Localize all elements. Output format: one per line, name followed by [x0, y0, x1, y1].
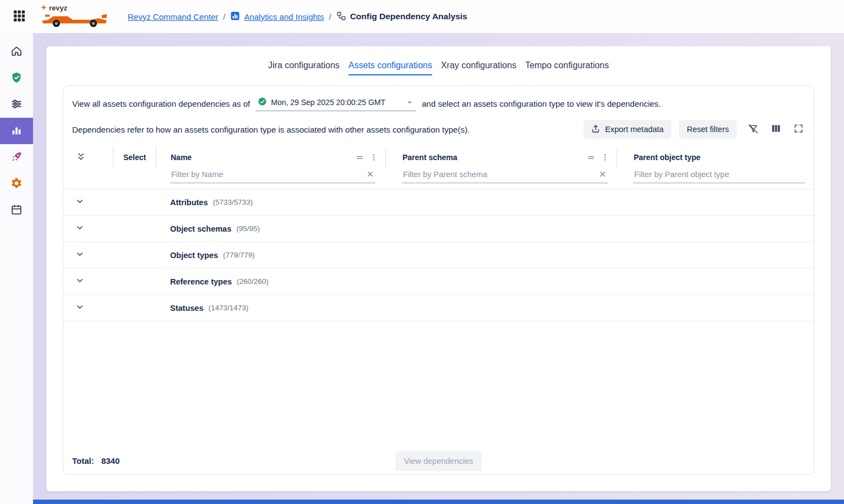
row-count: (779/779)	[223, 251, 255, 259]
expand-icon	[793, 123, 804, 135]
chevron-down-icon[interactable]	[74, 275, 85, 288]
expand-all-button[interactable]	[74, 150, 88, 165]
calendar-icon	[10, 204, 23, 217]
app-sidebar	[0, 33, 33, 504]
column-header-parent-object-type: Parent object type	[634, 153, 700, 162]
export-icon	[591, 124, 600, 135]
table-row-reference-types[interactable]: Reference types (260/260)	[63, 269, 814, 295]
intro-suffix-text: and select an assets configuration type …	[422, 99, 661, 108]
intro-prefix-text: View all assets configuration dependenci…	[72, 99, 250, 108]
main-area: Jira configurations Assets configuration…	[33, 33, 844, 504]
dependency-icon	[336, 11, 346, 23]
top-bar: revyz Revyz Command Center / Analytics a…	[0, 0, 844, 33]
row-count: (1473/1473)	[208, 304, 248, 312]
table-header: Select Name Parent sche	[63, 146, 814, 168]
filter-parent-object-type-input[interactable]	[633, 168, 805, 183]
total-label: Total:	[72, 456, 94, 465]
fullscreen-icon-button[interactable]	[792, 122, 805, 136]
chevron-down-icon[interactable]	[74, 249, 85, 262]
panel-controls: Export metadata Reset filters	[584, 120, 805, 139]
tab-jira-configurations[interactable]: Jira configurations	[268, 61, 340, 75]
tab-tempo-configurations[interactable]: Tempo configurations	[525, 61, 609, 75]
chevron-down-icon	[405, 98, 414, 107]
tab-assets-configurations[interactable]: Assets configurations	[349, 61, 432, 75]
table-footer: Total: 8340 View dependencies	[63, 447, 814, 474]
app-grid-icon	[13, 9, 26, 24]
content-card: Jira configurations Assets configuration…	[46, 46, 831, 491]
columns-icon-button[interactable]	[770, 122, 782, 136]
sidebar-item-analytics[interactable]	[0, 118, 33, 144]
breadcrumb-command-center[interactable]: Revyz Command Center	[128, 12, 218, 21]
page-title: Config Dependency Analysis	[350, 12, 467, 21]
filter-row	[63, 168, 814, 189]
export-metadata-label: Export metadata	[605, 125, 663, 134]
view-dependencies-button[interactable]: View dependencies	[395, 451, 482, 471]
column-header-parent-schema: Parent schema	[402, 153, 458, 162]
breadcrumb-separator: /	[329, 12, 331, 21]
table-row-object-schemas[interactable]: Object schemas (95/95)	[63, 216, 814, 242]
filter-name-input[interactable]	[170, 168, 375, 183]
clear-name-filter-button[interactable]	[366, 170, 374, 178]
filter-off-icon	[748, 123, 759, 136]
column-header-name: Name	[171, 153, 192, 162]
home-icon	[10, 45, 23, 59]
tab-xray-configurations[interactable]: Xray configurations	[441, 61, 516, 75]
sidebar-item-configuration[interactable]	[0, 171, 33, 197]
analytics-icon	[230, 11, 240, 23]
table-row-statuses[interactable]: Statuses (1473/1473)	[63, 295, 814, 321]
total-value: 8340	[101, 456, 119, 465]
row-count: (95/95)	[236, 224, 260, 233]
column-header-select: Select	[113, 146, 156, 168]
row-count: (260/260)	[237, 277, 269, 286]
panel-description: Dependencies refer to how an assets conf…	[72, 125, 470, 134]
sidebar-item-rocket[interactable]	[0, 144, 33, 171]
chevron-down-icon[interactable]	[74, 196, 85, 209]
app-switcher-button[interactable]	[9, 6, 30, 27]
clear-filters-icon-button[interactable]	[747, 122, 760, 137]
table-row-object-types[interactable]: Object types (779/779)	[63, 242, 814, 269]
breadcrumb-separator: /	[223, 12, 225, 21]
check-circle-icon	[258, 97, 267, 108]
row-name: Reference types	[156, 277, 232, 286]
breadcrumb: Revyz Command Center / Analytics and Ins…	[128, 11, 467, 23]
revyz-logo: revyz	[41, 4, 113, 30]
snapshot-select[interactable]: Mon, 29 Sep 2025 20:00:25 GMT	[255, 96, 416, 111]
rocket-icon	[10, 151, 23, 165]
bar-chart-icon	[10, 124, 23, 138]
resize-handle-icon[interactable]	[586, 152, 596, 163]
resize-handle-icon[interactable]	[355, 152, 365, 163]
columns-icon	[771, 123, 781, 135]
snapshot-value: Mon, 29 Sep 2025 20:00:25 GMT	[271, 98, 385, 107]
sidebar-item-security[interactable]	[0, 65, 33, 91]
chevron-down-icon[interactable]	[74, 222, 85, 235]
reset-filters-button[interactable]: Reset filters	[679, 120, 737, 139]
row-name: Object schemas	[156, 224, 231, 233]
sidebar-item-calendar[interactable]	[0, 197, 33, 223]
sidebar-item-home[interactable]	[0, 39, 33, 65]
double-chevron-down-icon	[75, 151, 86, 164]
chevron-down-icon[interactable]	[74, 302, 85, 315]
bottom-accent-bar	[33, 500, 844, 504]
gear-icon	[10, 177, 23, 191]
sidebar-item-settings-sliders[interactable]	[0, 91, 33, 118]
row-name: Statuses	[156, 304, 203, 313]
column-menu-icon[interactable]	[369, 152, 379, 162]
dependencies-panel: View all assets configuration dependenci…	[63, 85, 814, 475]
logo-text: revyz	[49, 4, 67, 12]
clear-parent-schema-filter-button[interactable]	[598, 170, 607, 178]
row-count: (5733/5733)	[213, 198, 253, 206]
reset-filters-label: Reset filters	[687, 125, 729, 134]
shield-check-icon	[10, 72, 23, 85]
column-menu-icon[interactable]	[600, 152, 610, 162]
filter-parent-schema-input[interactable]	[402, 168, 608, 183]
breadcrumb-analytics-insights[interactable]: Analytics and Insights	[244, 12, 324, 21]
configuration-tabs: Jira configurations Assets configuration…	[46, 46, 831, 75]
row-name: Object types	[156, 251, 218, 260]
export-metadata-button[interactable]: Export metadata	[584, 120, 671, 139]
race-car-icon	[41, 12, 113, 30]
table-row-attributes[interactable]: Attributes (5733/5733)	[63, 189, 814, 216]
row-name: Attributes	[156, 198, 208, 207]
star-icon	[41, 4, 47, 12]
sliders-icon	[10, 98, 23, 112]
